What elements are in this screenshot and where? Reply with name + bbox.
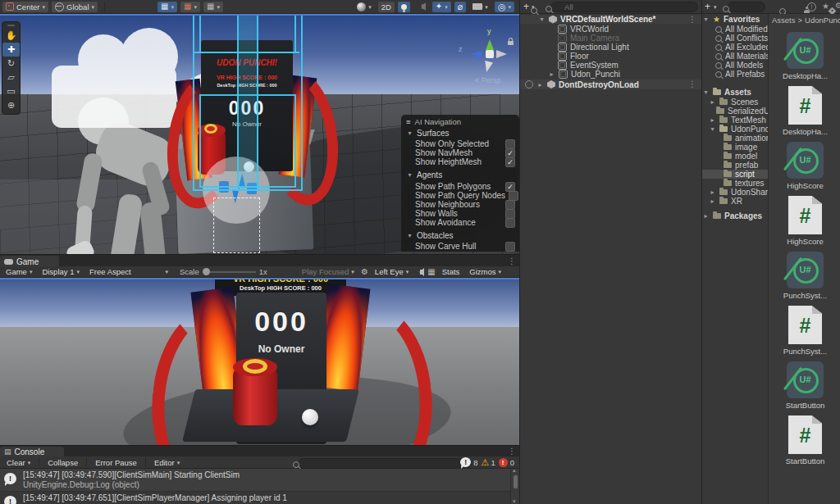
play-focused-button[interactable]: Play Focused▾ — [299, 266, 358, 277]
x-axis-cone[interactable] — [496, 50, 511, 58]
log-count-badge[interactable]: ! 8 — [460, 457, 477, 467]
foldout-icon[interactable]: ▾ — [702, 16, 710, 23]
favorites-header[interactable]: ▾ ★ Favorites — [702, 15, 768, 24]
create-button[interactable]: + — [705, 1, 710, 12]
hierarchy-item[interactable]: VRCWorld — [520, 25, 701, 34]
section-surfaces[interactable]: ▾ Surfaces — [406, 129, 449, 138]
project-search[interactable] — [719, 2, 765, 12]
hierarchy-item-disabled[interactable]: Main Camera — [520, 34, 701, 43]
foldout-icon[interactable]: ▸ — [709, 198, 716, 205]
axis-cone[interactable] — [482, 61, 493, 77]
shading-mode-button[interactable]: ▾ — [354, 2, 375, 12]
overlay-header[interactable]: ≡ AI Navigation — [406, 117, 461, 126]
favorite-star-icon[interactable]: ★ — [822, 2, 829, 11]
editor-button[interactable]: Editor▾ — [151, 457, 183, 468]
game-viewport[interactable]: VR HIGH SCORE : 000 DeskTop HIGH SCORE :… — [0, 279, 519, 445]
scene-camera-settings-button[interactable]: ▾ — [469, 2, 491, 12]
visibility-eye-icon[interactable] — [525, 80, 533, 89]
console-search-input[interactable] — [298, 458, 472, 469]
foldout-icon[interactable]: ▾ — [702, 89, 710, 96]
favorite-item[interactable]: All Materials — [715, 52, 773, 61]
rotate-tool-button[interactable]: ↻ — [2, 57, 20, 70]
orientation-mode-button[interactable]: Global ▾ — [52, 2, 98, 12]
scroll-down-icon[interactable]: ▾ — [513, 498, 516, 504]
scene-viewport[interactable]: UDON PUNCHI! VR HIGH SCORE : 000 DeskTop… — [0, 16, 519, 254]
foldout-icon[interactable]: ▾ — [538, 16, 546, 23]
breadcrumb-root[interactable]: Assets — [772, 16, 796, 25]
collapse-button[interactable]: Collapse — [44, 457, 81, 468]
foldout-icon[interactable]: ▸ — [709, 116, 716, 124]
rect-tool-button[interactable]: ▭ — [2, 84, 20, 98]
clear-button[interactable]: Clear▾ — [3, 457, 34, 468]
folder-row[interactable]: animation — [724, 134, 768, 143]
folder-row[interactable]: ▸UdonSharp — [709, 188, 768, 197]
vr-eye-button[interactable]: Left Eye▾ — [372, 266, 412, 277]
assets-root-row[interactable]: ▾ Assets — [702, 88, 768, 97]
kebab-menu-icon[interactable]: ⋮ — [508, 257, 516, 266]
folder-row[interactable]: model — [724, 152, 768, 161]
slider-knob[interactable] — [203, 268, 210, 275]
drag-handle[interactable] — [7, 25, 15, 26]
folder-row[interactable]: ▸TextMesh P — [709, 116, 768, 125]
foldout-icon[interactable]: ▸ — [536, 81, 544, 89]
lock-icon[interactable] — [508, 41, 514, 45]
folder-row[interactable]: ▸Scenes — [709, 98, 768, 107]
favorite-item[interactable]: All Modified — [715, 25, 773, 34]
log-entry[interactable]: ! [15:49:47] [03:49:47.651][ClientSimPla… — [0, 492, 510, 504]
breadcrumb-current[interactable]: UdonPunchi — [805, 16, 840, 25]
foldout-icon[interactable]: ▸ — [709, 188, 716, 196]
scale-tool-button[interactable]: ▱ — [2, 70, 20, 84]
checkbox[interactable] — [505, 139, 515, 149]
settings-gear-icon[interactable]: ⚙ — [835, 2, 840, 10]
alert-icon[interactable]: ! — [807, 2, 816, 11]
view-tool-button[interactable]: ✋ — [2, 29, 20, 43]
scale-slider[interactable] — [203, 268, 256, 275]
scene-lighting-button[interactable] — [398, 2, 410, 12]
folder-row[interactable]: SerializedU — [716, 107, 768, 116]
vsync-grid-icon[interactable]: ▦ — [427, 268, 435, 276]
scene-header-row[interactable]: ▾ VRCDefaultWorldScene* ⋮ — [520, 15, 701, 24]
folder-row[interactable]: ▸XR — [709, 197, 768, 206]
hierarchy-item[interactable]: Floor — [520, 52, 701, 61]
gizmos-toggle-button[interactable]: ◎ ▾ — [495, 2, 514, 12]
display-select-button[interactable]: Display 1▾ — [39, 266, 83, 277]
kebab-menu-icon[interactable]: ⋮ — [688, 79, 696, 89]
foldout-icon[interactable]: ▸ — [548, 70, 555, 78]
checkbox[interactable] — [505, 200, 515, 210]
gizmos-button[interactable]: Gizmos▾ — [466, 266, 504, 277]
y-axis-cone[interactable] — [486, 35, 494, 50]
hierarchy-search-input[interactable] — [550, 2, 698, 12]
scene-audio-button[interactable] — [413, 2, 429, 12]
favorite-item[interactable]: All Prefabs — [715, 70, 773, 79]
console-search[interactable] — [289, 458, 472, 469]
transform-tool-button[interactable]: ⊕ — [2, 98, 20, 112]
hierarchy-item[interactable]: Directional Light — [520, 43, 701, 52]
display-target-button[interactable]: Game▾ — [2, 266, 35, 277]
folder-row[interactable]: textures — [724, 179, 768, 188]
checkbox[interactable] — [509, 191, 518, 201]
move-tool-button[interactable]: ✚ — [2, 43, 20, 57]
error-pause-button[interactable]: Error Pause — [92, 457, 140, 468]
checkbox[interactable] — [505, 242, 515, 252]
hierarchy-search[interactable] — [541, 2, 698, 12]
kebab-menu-icon[interactable]: ⋮ — [688, 15, 696, 24]
slider-track[interactable] — [210, 271, 256, 273]
error-count-badge[interactable]: ! 0 — [499, 458, 514, 467]
grid-snap-button[interactable]: ▦ ▾ — [180, 2, 200, 12]
projection-label[interactable]: < Persp — [475, 76, 500, 84]
checkbox[interactable]: ✓ — [505, 157, 515, 167]
scene-effects-button[interactable]: ✦ ▾ — [432, 2, 451, 12]
snap-increment-button[interactable]: ▦ ▾ — [203, 2, 223, 12]
project-search-input[interactable] — [728, 2, 765, 12]
aspect-ratio-button[interactable]: Free Aspect▾ — [86, 266, 171, 277]
folder-row[interactable]: image — [724, 143, 768, 152]
pivot-mode-button[interactable]: Center ▾ — [2, 2, 48, 12]
2d-toggle-button[interactable]: 2D — [378, 2, 395, 12]
kebab-menu-icon[interactable]: ⋮ — [508, 447, 516, 456]
warning-count-badge[interactable]: ⚠ 1 — [482, 458, 495, 467]
favorite-item[interactable]: All Conflicts — [715, 34, 773, 43]
favorite-item[interactable]: All Excluded — [715, 43, 773, 52]
orientation-gizmo[interactable]: y z < Persp — [463, 30, 514, 88]
checkbox[interactable] — [505, 209, 515, 219]
folder-row[interactable]: ▾UdonPunch — [709, 125, 768, 134]
